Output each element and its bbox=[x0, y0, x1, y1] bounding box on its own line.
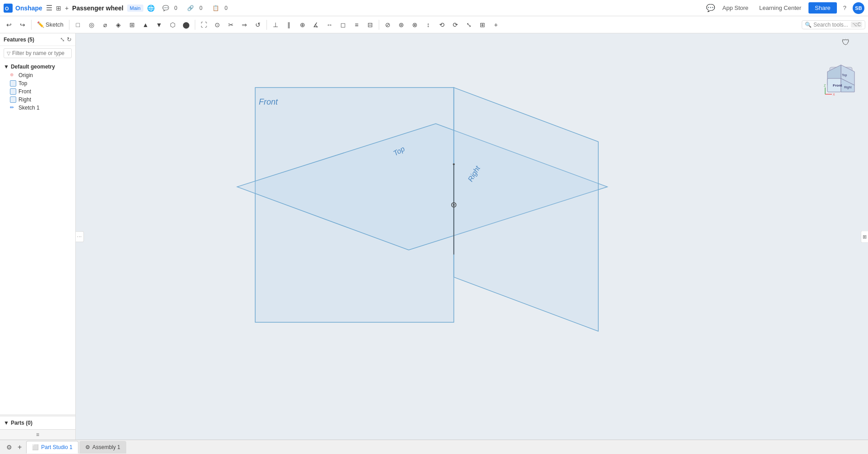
toolbar-btn-6[interactable]: ▲ bbox=[139, 18, 152, 31]
toolbar-btn-11[interactable]: ⊙ bbox=[211, 18, 224, 31]
doc-title: Passenger wheel bbox=[72, 5, 124, 12]
features-title: Features (5) bbox=[4, 37, 34, 43]
globe-icon[interactable]: 🌐 bbox=[147, 5, 155, 12]
sketch1-label: Sketch 1 bbox=[18, 105, 40, 111]
chat-icon[interactable]: 💬 bbox=[706, 4, 715, 12]
undo-button[interactable]: ↩ bbox=[3, 18, 15, 31]
display-toggle[interactable]: 🛡 bbox=[842, 38, 850, 47]
toolbar-btn-4[interactable]: ◈ bbox=[112, 18, 125, 31]
toolbar-sep-4 bbox=[266, 20, 267, 30]
share-button[interactable]: Share bbox=[808, 2, 837, 14]
origin-label: Origin bbox=[18, 72, 33, 78]
left-edge-handle[interactable]: ⋮ bbox=[76, 231, 84, 242]
toolbar-btn-24[interactable]: ⊛ bbox=[395, 18, 408, 31]
toolbar-btn-10[interactable]: ⛶ bbox=[197, 18, 210, 31]
tree-item-top[interactable]: Top bbox=[0, 79, 75, 87]
tab-part-studio-1[interactable]: ⬜ Part Studio 1 bbox=[26, 441, 78, 454]
toolbar-btn-8[interactable]: ⬡ bbox=[166, 18, 179, 31]
filter-icon: ▽ bbox=[7, 50, 10, 56]
tree-item-origin[interactable]: ⊕ Origin bbox=[0, 71, 75, 79]
default-geometry-header[interactable]: ▼ Default geometry bbox=[0, 62, 75, 71]
right-plane-icon bbox=[10, 96, 16, 103]
viewport[interactable]: Front Top Right bbox=[76, 33, 868, 440]
avatar[interactable]: SB bbox=[853, 2, 864, 14]
toolbar-btn-18[interactable]: ∡ bbox=[310, 18, 322, 31]
add-document-icon[interactable]: + bbox=[65, 5, 69, 12]
search-tools[interactable]: 🔍 Search tools... ⌥C bbox=[802, 20, 865, 29]
tree-item-right[interactable]: Right bbox=[0, 96, 75, 104]
refresh-feature-icon[interactable]: ↻ bbox=[67, 36, 72, 43]
parts-label: Parts (0) bbox=[11, 420, 32, 426]
app-store-button[interactable]: App Store bbox=[719, 3, 752, 13]
toolbar-btn-9[interactable]: ⬤ bbox=[180, 18, 193, 31]
sketch-tree-icon: ✏ bbox=[10, 105, 16, 111]
tab-assembly-1[interactable]: ⚙ Assembly 1 bbox=[79, 441, 126, 454]
onshape-logo[interactable]: O Onshape bbox=[4, 4, 42, 13]
orientation-cube[interactable]: Front Top Right X Z bbox=[823, 60, 859, 96]
svg-text:Z: Z bbox=[824, 84, 826, 87]
toolbar-btn-23[interactable]: ⊘ bbox=[381, 18, 394, 31]
sketch-label: Sketch bbox=[46, 21, 64, 28]
toolbar-btn-2[interactable]: ◎ bbox=[85, 18, 98, 31]
collapse-arrow: ▼ bbox=[4, 64, 9, 70]
tab-settings-button[interactable]: ⚙ bbox=[4, 444, 15, 451]
toolbar-btn-21[interactable]: ≡ bbox=[350, 18, 363, 31]
feature-tree: ▼ Default geometry ⊕ Origin Top Front Ri… bbox=[0, 60, 75, 414]
hamburger-menu[interactable]: ☰ bbox=[46, 4, 52, 12]
toolbar-btn-19[interactable]: ↔ bbox=[323, 18, 336, 31]
parts-collapse-arrow: ▼ bbox=[4, 420, 9, 426]
panel-collapse-button[interactable]: ≡ bbox=[0, 429, 75, 440]
svg-point-12 bbox=[453, 163, 455, 165]
filter-box[interactable]: ▽ bbox=[4, 48, 72, 58]
tree-item-sketch1[interactable]: ✏ Sketch 1 bbox=[0, 104, 75, 112]
toolbar-btn-16[interactable]: ∥ bbox=[283, 18, 295, 31]
toolbar-btn-5[interactable]: ⊞ bbox=[126, 18, 138, 31]
svg-text:X: X bbox=[833, 93, 835, 96]
toolbar-btn-15[interactable]: ⊥ bbox=[269, 18, 282, 31]
svg-point-11 bbox=[453, 204, 455, 206]
comments-count: 0 bbox=[172, 4, 180, 12]
main-area: Features (5) ⤡ ↻ ▽ ▼ Default geometry ⊕ … bbox=[0, 33, 868, 440]
branch-badge[interactable]: Main bbox=[127, 5, 143, 12]
right-edge-button[interactable]: ⊞ bbox=[861, 230, 868, 243]
links-count: 0 bbox=[197, 4, 205, 12]
toolbar-btn-3[interactable]: ⌀ bbox=[99, 18, 111, 31]
svg-text:Front: Front bbox=[259, 97, 278, 106]
links-group[interactable]: 🔗 0 bbox=[185, 4, 205, 12]
redo-button[interactable]: ↪ bbox=[16, 18, 29, 31]
add-tab-button[interactable]: + bbox=[15, 443, 24, 451]
comments-group[interactable]: 💬 0 bbox=[160, 4, 180, 12]
list-view-icon[interactable]: ⊞ bbox=[56, 5, 61, 12]
toolbar-btn-27[interactable]: ⟲ bbox=[436, 18, 448, 31]
toolbar-sep-3 bbox=[195, 20, 195, 30]
parts-header[interactable]: ▼ Parts (0) bbox=[0, 418, 75, 427]
toolbar-btn-28[interactable]: ⟳ bbox=[449, 18, 462, 31]
versions-group[interactable]: 📋 0 bbox=[210, 4, 230, 12]
filter-input[interactable] bbox=[12, 50, 69, 56]
top-plane-icon bbox=[10, 80, 16, 87]
toolbar-btn-12[interactable]: ✂ bbox=[225, 18, 237, 31]
expand-feature-icon[interactable]: ⤡ bbox=[60, 36, 65, 43]
logo-text: Onshape bbox=[15, 5, 42, 12]
tree-item-front[interactable]: Front bbox=[0, 87, 75, 96]
help-button[interactable]: ? bbox=[840, 3, 849, 13]
toolbar-btn-14[interactable]: ↺ bbox=[252, 18, 264, 31]
toolbar-btn-30[interactable]: ⊞ bbox=[476, 18, 489, 31]
features-header: Features (5) ⤡ ↻ bbox=[0, 33, 75, 46]
right-edge-icon: ⊞ bbox=[863, 234, 867, 239]
toolbar-btn-26[interactable]: ↕ bbox=[422, 18, 435, 31]
toolbar-btn-29[interactable]: ⤡ bbox=[463, 18, 475, 31]
toolbar-btn-25[interactable]: ⊗ bbox=[409, 18, 421, 31]
toolbar-btn-7[interactable]: ▼ bbox=[153, 18, 165, 31]
versions-count: 0 bbox=[222, 4, 230, 12]
toolbar-btn-17[interactable]: ⊕ bbox=[296, 18, 309, 31]
search-shortcut: ⌥C bbox=[851, 22, 862, 28]
toolbar-btn-20[interactable]: ◻ bbox=[337, 18, 349, 31]
toolbar-btn-22[interactable]: ⊟ bbox=[364, 18, 377, 31]
learning-center-button[interactable]: Learning Center bbox=[756, 3, 805, 13]
sketch-button[interactable]: ✏️ Sketch bbox=[34, 20, 67, 29]
collapse-panel-icon: ≡ bbox=[36, 431, 39, 438]
toolbar-btn-31[interactable]: + bbox=[490, 18, 502, 31]
toolbar-btn-1[interactable]: □ bbox=[72, 18, 84, 31]
toolbar-btn-13[interactable]: ⇒ bbox=[238, 18, 251, 31]
